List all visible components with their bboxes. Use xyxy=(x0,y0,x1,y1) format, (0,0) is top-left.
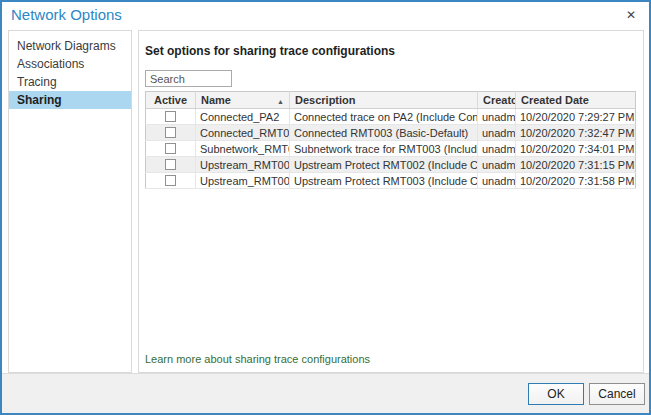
created-date-cell: 10/20/2020 7:34:01 PM xyxy=(516,141,636,157)
creator-cell: unadmin xyxy=(478,157,516,173)
created-date-cell: 10/20/2020 7:31:58 PM xyxy=(516,173,636,189)
cancel-button[interactable]: Cancel xyxy=(589,383,645,405)
search-input[interactable] xyxy=(145,70,232,87)
sidebar-item-associations[interactable]: Associations xyxy=(9,55,131,73)
ok-button[interactable]: OK xyxy=(528,383,584,405)
name-cell: Upstream_RMT002 xyxy=(196,157,290,173)
table-row[interactable]: Connected_PA2 Connected trace on PA2 (In… xyxy=(146,109,636,125)
active-checkbox[interactable] xyxy=(165,159,176,170)
name-cell: Subnetwork_RMT003 xyxy=(196,141,290,157)
column-header-name-label: Name xyxy=(201,94,231,106)
dialog-title: Network Options xyxy=(11,6,122,23)
table-header-row: Active Name ▲ Description Creator Create… xyxy=(146,92,636,109)
created-date-cell: 10/20/2020 7:31:15 PM xyxy=(516,157,636,173)
column-header-creator[interactable]: Creator xyxy=(478,92,516,109)
creator-cell: unadmin xyxy=(478,173,516,189)
sidebar-item-tracing[interactable]: Tracing xyxy=(9,73,131,91)
active-checkbox[interactable] xyxy=(165,127,176,138)
active-cell xyxy=(146,125,196,141)
active-cell xyxy=(146,109,196,125)
description-cell: Upstream Protect RMT003 (Include Content… xyxy=(290,173,478,189)
description-cell: Connected trace on PA2 (Include Containe… xyxy=(290,109,478,125)
column-header-name[interactable]: Name ▲ xyxy=(196,92,290,109)
sidebar-item-network-diagrams[interactable]: Network Diagrams xyxy=(9,37,131,55)
close-icon[interactable]: ✕ xyxy=(626,8,636,22)
creator-cell: unadmin xyxy=(478,109,516,125)
creator-cell: unadmin xyxy=(478,125,516,141)
dialog-footer: OK Cancel xyxy=(2,373,649,413)
active-checkbox[interactable] xyxy=(165,111,176,122)
sidebar-item-sharing[interactable]: Sharing xyxy=(9,91,131,109)
learn-more-link[interactable]: Learn more about sharing trace configura… xyxy=(145,353,370,365)
sort-ascending-icon: ▲ xyxy=(277,98,284,105)
name-cell: Connected_PA2 xyxy=(196,109,290,125)
column-header-active[interactable]: Active xyxy=(146,92,196,109)
column-header-created-date[interactable]: Created Date xyxy=(516,92,636,109)
active-checkbox[interactable] xyxy=(165,175,176,186)
table-row[interactable]: Connected_RMT003 Connected RMT003 (Basic… xyxy=(146,125,636,141)
table-row[interactable]: Upstream_RMT003 Upstream Protect RMT003 … xyxy=(146,173,636,189)
creator-cell: unadmin xyxy=(478,141,516,157)
name-cell: Connected_RMT003 xyxy=(196,125,290,141)
table-row[interactable]: Upstream_RMT002 Upstream Protect RMT002 … xyxy=(146,157,636,173)
description-cell: Connected RMT003 (Basic-Default) xyxy=(290,125,478,141)
created-date-cell: 10/20/2020 7:29:27 PM xyxy=(516,109,636,125)
options-sidebar: Network Diagrams Associations Tracing Sh… xyxy=(8,30,132,373)
title-bar: Network Options ✕ xyxy=(2,2,649,30)
panel-heading: Set options for sharing trace configurat… xyxy=(145,44,395,58)
trace-configurations-table: Active Name ▲ Description Creator Create… xyxy=(145,91,637,189)
description-cell: Subnetwork trace for RMT003 (Include Con… xyxy=(290,141,478,157)
network-options-dialog: Network Options ✕ Network Diagrams Assoc… xyxy=(0,0,651,415)
sharing-options-panel: Set options for sharing trace configurat… xyxy=(138,30,644,373)
column-header-description[interactable]: Description xyxy=(290,92,478,109)
created-date-cell: 10/20/2020 7:32:47 PM xyxy=(516,125,636,141)
name-cell: Upstream_RMT003 xyxy=(196,173,290,189)
table-row[interactable]: Subnetwork_RMT003 Subnetwork trace for R… xyxy=(146,141,636,157)
description-cell: Upstream Protect RMT002 (Include Contain… xyxy=(290,157,478,173)
active-cell xyxy=(146,141,196,157)
active-cell xyxy=(146,157,196,173)
active-checkbox[interactable] xyxy=(165,143,176,154)
active-cell xyxy=(146,173,196,189)
